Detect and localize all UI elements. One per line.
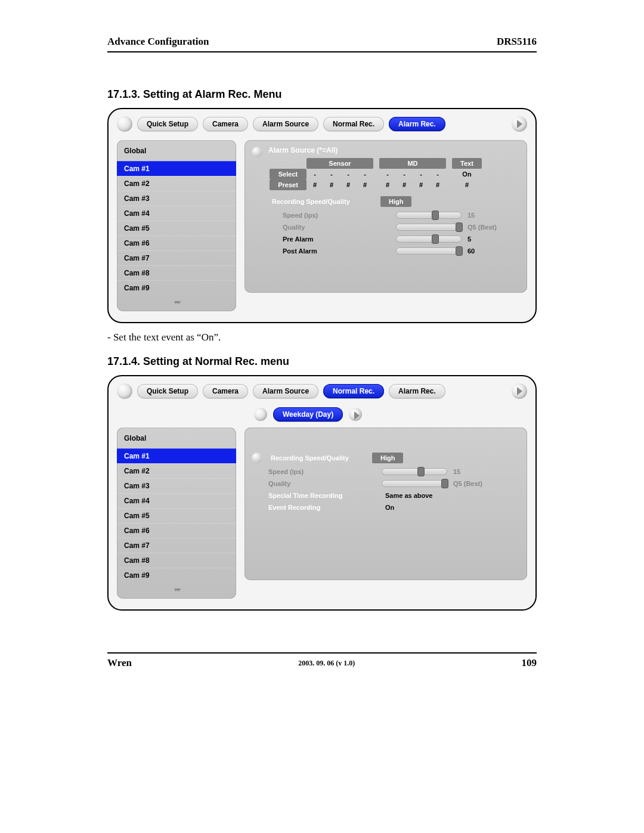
nav-next-icon[interactable]: [512, 116, 527, 132]
select-m1[interactable]: -: [379, 171, 396, 178]
preset-m1[interactable]: #: [379, 181, 396, 188]
select-s3[interactable]: -: [340, 171, 357, 178]
speed-value: 15: [467, 212, 475, 219]
nav-prev-icon-2[interactable]: [117, 383, 132, 399]
preset-text[interactable]: #: [452, 181, 482, 188]
tab-quick-setup-2[interactable]: Quick Setup: [137, 384, 198, 398]
speed-value-2: 15: [453, 468, 460, 475]
cam2-item-6[interactable]: Cam #6: [117, 523, 236, 538]
cam-item-6[interactable]: Cam #6: [117, 236, 236, 250]
cam2-item-8[interactable]: Cam #8: [117, 553, 236, 568]
tab-quick-setup[interactable]: Quick Setup: [137, 117, 198, 131]
cam2-item-3[interactable]: Cam #3: [117, 478, 236, 493]
hdr-md: MD: [379, 158, 446, 169]
page-footer: Wren 2003. 09. 06 (v 1.0) 109: [107, 652, 537, 669]
normal-rec-panel: Quick Setup Camera Alarm Source Normal R…: [107, 375, 537, 611]
tab-normal-rec[interactable]: Normal Rec.: [323, 117, 384, 131]
preset-m2[interactable]: #: [396, 181, 413, 188]
speed-label-2: Speed (ips): [255, 468, 382, 475]
hdr-sensor: Sensor: [306, 158, 373, 169]
speed-label: Speed (ips): [270, 212, 396, 219]
quality-slider[interactable]: [396, 224, 462, 231]
row-preset-label: Preset: [270, 179, 306, 190]
cam-item-7[interactable]: Cam #7: [117, 250, 236, 265]
quality-value: Q5 (Best): [467, 224, 497, 231]
nav-prev-icon[interactable]: [117, 116, 132, 132]
camera-list-2: Global Cam #1 Cam #2 Cam #3 Cam #4 Cam #…: [117, 428, 236, 599]
tab-camera[interactable]: Camera: [203, 117, 248, 131]
cam-global-2[interactable]: Global: [117, 428, 236, 448]
speed-slider-2[interactable]: [382, 468, 447, 475]
select-m3[interactable]: -: [413, 171, 429, 178]
cam-item-1[interactable]: Cam #1: [117, 161, 236, 176]
tab-normal-rec-2[interactable]: Normal Rec.: [323, 384, 384, 398]
cam-scroll-down-icon[interactable]: ▾▾▾: [117, 295, 236, 311]
header-right: DRS5116: [497, 36, 537, 48]
quality-slider-2[interactable]: [382, 480, 447, 487]
tab-alarm-rec-2[interactable]: Alarm Rec.: [389, 384, 445, 398]
tab-alarm-source-2[interactable]: Alarm Source: [253, 384, 318, 398]
quality-label-2: Quality: [255, 480, 382, 487]
preset-s3[interactable]: #: [340, 181, 357, 188]
cam-item-8[interactable]: Cam #8: [117, 265, 236, 280]
tab-bar-normal: Quick Setup Camera Alarm Source Normal R…: [117, 383, 527, 399]
weekday-pill[interactable]: Weekday (Day): [273, 407, 343, 422]
preset-s2[interactable]: #: [323, 181, 340, 188]
cam2-item-4[interactable]: Cam #4: [117, 493, 236, 508]
cam-item-2[interactable]: Cam #2: [117, 176, 236, 191]
prealarm-slider[interactable]: [396, 236, 462, 243]
preset-s4[interactable]: #: [357, 181, 373, 188]
preset-m4[interactable]: #: [429, 181, 446, 188]
special-label: Special Time Recording: [255, 492, 385, 499]
alarm-source-title: Alarm Source (*=All): [268, 146, 338, 154]
quality-value-2: Q5 (Best): [453, 480, 482, 487]
rq-high-value-2[interactable]: High: [372, 453, 403, 463]
cam-global[interactable]: Global: [117, 140, 236, 161]
cam2-item-9[interactable]: Cam #9: [117, 568, 236, 583]
camera-list: Global Cam #1 Cam #2 Cam #3 Cam #4 Cam #…: [117, 140, 236, 311]
select-m2[interactable]: -: [396, 171, 413, 178]
postalarm-label: Post Alarm: [270, 247, 396, 255]
tab-alarm-rec[interactable]: Alarm Rec.: [389, 117, 445, 131]
cam-scroll-down-icon-2[interactable]: ▾▾▾: [117, 583, 236, 599]
weekday-prev-icon[interactable]: [254, 408, 267, 421]
postalarm-slider[interactable]: [396, 247, 462, 255]
footer-right: 109: [522, 657, 537, 669]
special-value[interactable]: Same as above: [385, 492, 433, 499]
cam-item-4[interactable]: Cam #4: [117, 206, 236, 221]
globe-icon: [252, 147, 262, 157]
tab-alarm-source[interactable]: Alarm Source: [253, 117, 318, 131]
nav-next-icon-2[interactable]: [512, 383, 527, 399]
cam-item-9[interactable]: Cam #9: [117, 280, 236, 295]
row-select-label: Select: [270, 169, 306, 179]
prealarm-value: 5: [467, 236, 471, 243]
cam2-item-1[interactable]: Cam #1: [117, 448, 236, 463]
cam-item-3[interactable]: Cam #3: [117, 191, 236, 206]
cam2-item-5[interactable]: Cam #5: [117, 508, 236, 523]
select-s4[interactable]: -: [357, 171, 373, 178]
event-value[interactable]: On: [385, 504, 394, 511]
select-s1[interactable]: -: [306, 171, 323, 178]
event-label: Event Recording: [255, 504, 385, 511]
cam2-item-7[interactable]: Cam #7: [117, 538, 236, 553]
rq-high-value[interactable]: High: [380, 196, 411, 207]
cam-item-5[interactable]: Cam #5: [117, 221, 236, 236]
preset-s1[interactable]: #: [306, 181, 323, 188]
select-text[interactable]: On: [452, 171, 482, 178]
weekday-next-icon[interactable]: [349, 408, 362, 421]
cam2-item-2[interactable]: Cam #2: [117, 463, 236, 478]
speed-slider[interactable]: [396, 212, 462, 219]
postalarm-value: 60: [467, 247, 475, 255]
select-m4[interactable]: -: [429, 171, 446, 178]
preset-m3[interactable]: #: [413, 181, 429, 188]
quality-label: Quality: [270, 224, 396, 231]
hdr-text: Text: [452, 158, 482, 169]
prealarm-label: Pre Alarm: [270, 236, 396, 243]
tab-camera-2[interactable]: Camera: [203, 384, 248, 398]
rq-label: Recording Speed/Quality: [270, 198, 373, 205]
section-heading-1713: 17.1.3. Setting at Alarm Rec. Menu: [107, 88, 537, 101]
tab-bar-alarm: Quick Setup Camera Alarm Source Normal R…: [117, 116, 527, 132]
select-s2[interactable]: -: [323, 171, 340, 178]
normal-content-pane: Recording Speed/Quality High Speed (ips)…: [244, 428, 527, 580]
page-header: Advance Configuration DRS5116: [107, 36, 537, 52]
